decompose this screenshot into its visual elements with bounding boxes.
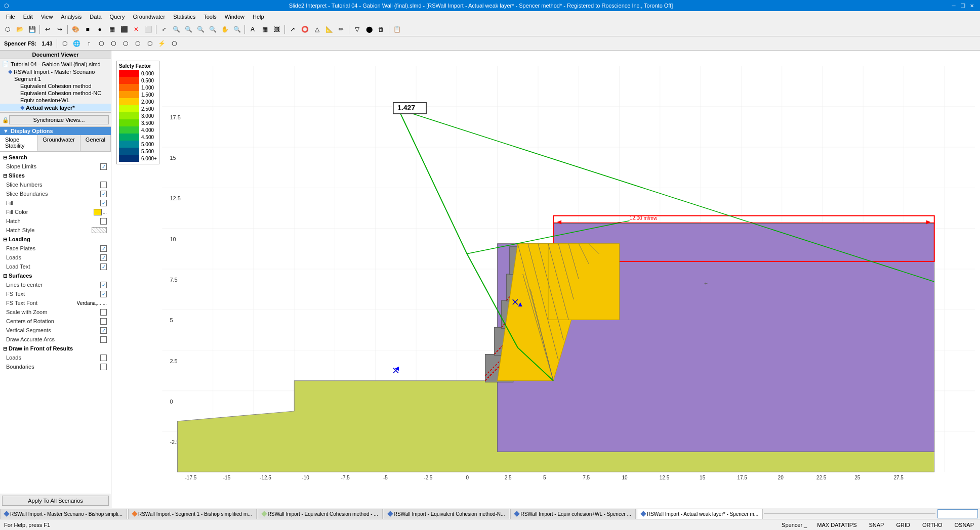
display-options-header[interactable]: ▼ Display Options <box>0 127 111 135</box>
menu-window[interactable]: Window <box>221 13 249 21</box>
menu-statistics[interactable]: Statistics <box>169 13 199 21</box>
bottom-tab-0[interactable]: RSWall Import - Master Scenario - Bishop… <box>0 509 127 519</box>
checkbox-vertical-segments[interactable] <box>100 327 107 334</box>
toolbar2-globe[interactable]: 🌐 <box>71 38 83 49</box>
menu-edit[interactable]: Edit <box>19 13 37 21</box>
toolbar-fill[interactable]: ■ <box>82 24 93 35</box>
toolbar-text[interactable]: A <box>247 24 258 35</box>
checkbox-fill[interactable] <box>100 200 107 206</box>
checkbox-slice-boundaries[interactable] <box>100 191 107 197</box>
tree-item-eq-coh[interactable]: Equivalent Cohesion method <box>0 82 111 90</box>
toolbar2-flag[interactable]: ⬡ <box>108 38 119 49</box>
checkbox-centers-rotation[interactable] <box>100 318 107 325</box>
bottom-tab-4[interactable]: RSWall Import - Equiv cohesion+WL - Spen… <box>510 509 636 519</box>
toolbar-cancel[interactable]: ✕ <box>131 24 142 35</box>
tab-input-box[interactable] <box>937 509 978 518</box>
section-slices[interactable]: Slices <box>2 171 109 180</box>
toolbar-zoom-out[interactable]: 🔍 <box>183 24 194 35</box>
toolbar-zoom-box[interactable]: 🔍 <box>195 24 206 35</box>
hatch-style-preview[interactable] <box>92 227 107 233</box>
toolbar-zoom-in[interactable]: 🔍 <box>171 24 182 35</box>
checkbox-accurate-arcs[interactable] <box>100 336 107 343</box>
toolbar-triangle[interactable]: △ <box>311 24 322 35</box>
toolbar-table[interactable]: ▦ <box>259 24 270 35</box>
toolbar-arrow[interactable]: ↗ <box>287 24 298 35</box>
status-grid[interactable]: GRID <box>894 522 912 528</box>
menu-tools[interactable]: Tools <box>199 13 221 21</box>
checkbox-lines-center[interactable] <box>100 282 107 288</box>
bottom-tab-5[interactable]: RSWall Import - Actual weak layer* - Spe… <box>637 509 763 519</box>
toolbar-pan[interactable]: ✋ <box>219 24 230 35</box>
menu-help[interactable]: Help <box>249 13 268 21</box>
menu-analysis[interactable]: Analysis <box>57 13 86 21</box>
apply-to-all-scenarios-button[interactable]: Apply To All Scenarios <box>2 496 109 506</box>
bottom-tab-1[interactable]: RSWall Import - Segment 1 - Bishop simpl… <box>128 509 257 519</box>
sync-views-button[interactable]: Synchronize Views... <box>9 115 109 124</box>
status-osnap[interactable]: OSNAP <box>952 522 976 528</box>
toolbar-zoom-prev[interactable]: 🔍 <box>207 24 218 35</box>
toolbar-image[interactable]: 🖼 <box>271 24 282 35</box>
toolbar-circle[interactable]: ● <box>94 24 105 35</box>
toolbar-dot[interactable]: ⬤ <box>363 24 375 35</box>
toolbar-layers[interactable]: 📋 <box>391 24 402 35</box>
option-slope-limits-control[interactable] <box>100 163 107 170</box>
restore-button[interactable]: ❐ <box>959 2 967 10</box>
checkbox-hatch[interactable] <box>100 218 107 225</box>
toolbar-measure[interactable]: 📐 <box>323 24 335 35</box>
title-controls[interactable]: ─ ❐ ✕ <box>950 2 976 10</box>
toolbar-color[interactable]: 🎨 <box>70 24 81 35</box>
section-draw-front[interactable]: Draw in Front of Results <box>2 344 109 353</box>
toolbar-zoom-extents[interactable]: ⤢ <box>158 24 170 35</box>
tree-item-actual-weak[interactable]: ◆ Actual weak layer* <box>0 104 111 111</box>
tree-item-segment1[interactable]: Segment 1 <box>0 75 111 82</box>
menu-query[interactable]: Query <box>106 13 129 21</box>
tree-item-eq-coh-nc[interactable]: Equivalent Cohesion method-NC <box>0 90 111 97</box>
bottom-tab-2[interactable]: RSWall Import - Equivalent Cohesion meth… <box>258 509 383 519</box>
tree-item-equiv-wl[interactable]: Equiv cohesion+WL <box>0 97 111 104</box>
tree-item-root[interactable]: 📄 Tutorial 04 - Gabion Wall (final).slmd <box>0 60 111 68</box>
checkbox-loads[interactable] <box>100 254 107 261</box>
menu-file[interactable]: File <box>2 13 19 21</box>
toolbar-delete[interactable]: 🗑 <box>376 24 387 35</box>
toolbar-new[interactable]: ⬡ <box>2 24 13 35</box>
tab-slope-stability[interactable]: Slope Stability <box>0 135 37 151</box>
toolbar2-seismic[interactable]: ⬡ <box>144 38 155 49</box>
checkbox-boundaries-front[interactable] <box>100 364 107 370</box>
tab-groundwater[interactable]: Groundwater <box>37 135 80 151</box>
status-ortho[interactable]: ORTHO <box>920 522 945 528</box>
tab-general[interactable]: General <box>80 135 111 151</box>
toolbar-select[interactable]: ⬜ <box>143 24 154 35</box>
checkbox-scale-zoom[interactable] <box>100 309 107 316</box>
toolbar2-bolt[interactable]: ⚡ <box>156 38 168 49</box>
close-button[interactable]: ✕ <box>968 2 976 10</box>
fill-color-swatch[interactable] <box>94 209 102 215</box>
toolbar-save[interactable]: 💾 <box>26 24 37 35</box>
checkbox-load-text[interactable] <box>100 263 107 270</box>
toolbar2-nail[interactable]: ⬡ <box>169 38 180 49</box>
toolbar-pen[interactable]: ✏ <box>336 24 347 35</box>
toolbar2-wave[interactable]: ⬡ <box>132 38 143 49</box>
checkbox-loads-front[interactable] <box>100 355 107 361</box>
toolbar-ellipse[interactable]: ⭕ <box>299 24 310 35</box>
toolbar-filter[interactable]: ▽ <box>351 24 362 35</box>
toolbar-redo[interactable]: ↪ <box>54 24 65 35</box>
status-max-datatips[interactable]: MAX DATATIPS <box>815 522 859 528</box>
checkbox-slope-limits[interactable] <box>100 163 107 170</box>
fill-color-dots[interactable]: ... <box>103 209 107 215</box>
toolbar-open[interactable]: 📂 <box>14 24 25 35</box>
menu-view[interactable]: View <box>37 13 57 21</box>
section-search[interactable]: Search <box>2 153 109 162</box>
tree-item-rswall[interactable]: ◆ RSWall Import - Master Scenario <box>0 68 111 75</box>
toolbar-grid[interactable]: ▦ <box>106 24 117 35</box>
toolbar-undo[interactable]: ↩ <box>42 24 53 35</box>
status-snap[interactable]: SNAP <box>867 522 886 528</box>
menu-data[interactable]: Data <box>86 13 105 21</box>
section-surfaces[interactable]: Surfaces <box>2 271 109 280</box>
checkbox-slice-numbers[interactable] <box>100 182 107 188</box>
checkbox-fs-text[interactable] <box>100 291 107 297</box>
toolbar-rect[interactable]: ⬛ <box>118 24 130 35</box>
menu-groundwater[interactable]: Groundwater <box>129 13 170 21</box>
toolbar2-filter2[interactable]: ⬡ <box>96 38 107 49</box>
checkbox-face-plates[interactable] <box>100 245 107 252</box>
toolbar2-arrow-up[interactable]: ↑ <box>84 38 95 49</box>
